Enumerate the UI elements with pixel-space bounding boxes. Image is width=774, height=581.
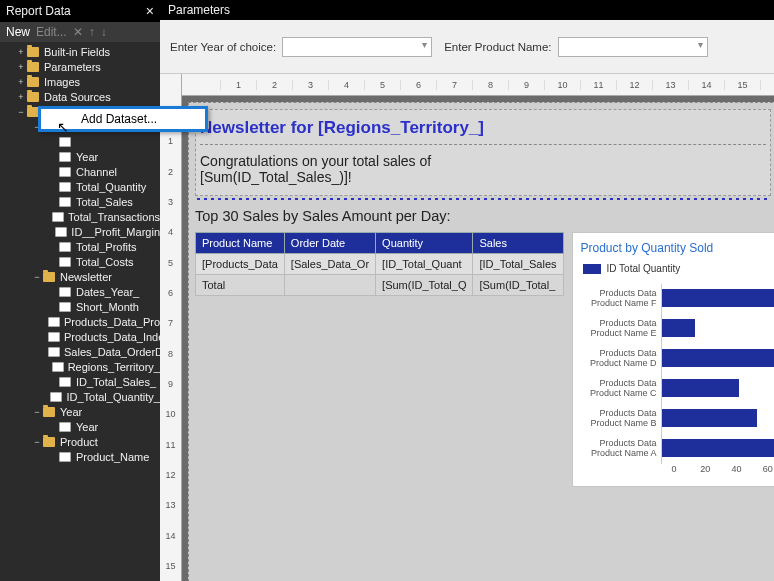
tree-field[interactable] — [0, 134, 160, 149]
tree-folder[interactable]: +Images — [0, 74, 160, 89]
field-icon — [50, 391, 62, 403]
ruler-tick: 7 — [168, 308, 173, 338]
th-sales[interactable]: Sales — [473, 233, 563, 254]
chart-axis: 020406080 — [577, 464, 774, 474]
ruler-tick: 15 — [165, 551, 175, 581]
panel-title: Report Data — [6, 4, 71, 18]
tree-field[interactable]: Total_Costs — [0, 254, 160, 269]
legend-swatch-icon — [583, 264, 601, 274]
tree-field[interactable]: Total_Sales — [0, 194, 160, 209]
tree-field[interactable]: Products_Data_Index_ — [0, 329, 160, 344]
td[interactable] — [284, 275, 375, 296]
panel-header: Report Data × — [0, 0, 160, 22]
chart-bar-label: Products Data Product Name F — [583, 289, 661, 309]
tree-field[interactable]: ID_Total_Sales_ — [0, 374, 160, 389]
chart-bar — [662, 319, 695, 337]
tree-folder[interactable]: +Parameters — [0, 59, 160, 74]
ruler-tick: 9 — [508, 80, 544, 90]
tree-field[interactable]: Year — [0, 419, 160, 434]
down-icon[interactable]: ↓ — [101, 25, 107, 39]
ruler-tick: 11 — [165, 429, 175, 459]
tree-field[interactable]: Sales_Data_OrderDate_… — [0, 344, 160, 359]
ruler-tick: 4 — [328, 80, 364, 90]
tree-field[interactable]: Dates_Year_ — [0, 284, 160, 299]
td[interactable]: [ID_Total_Sales — [473, 254, 563, 275]
ruler-tick: 3 — [168, 187, 173, 217]
chart-bar — [662, 439, 774, 457]
th-orderdate[interactable]: Order Date — [284, 233, 375, 254]
tree-toggle-icon[interactable]: + — [16, 77, 26, 87]
report-body[interactable]: Newsletter for [Regions_Territory_] Cong… — [188, 102, 774, 581]
chart-bar — [662, 409, 758, 427]
th-product[interactable]: Product Name — [196, 233, 285, 254]
tree-toggle-icon[interactable]: + — [16, 62, 26, 72]
tree-toggle-icon[interactable]: + — [16, 47, 26, 57]
ruler-tick: 10 — [544, 80, 580, 90]
sales-table[interactable]: Product Name Order Date Quantity Sales [… — [195, 232, 564, 487]
tree-folder[interactable]: +Built-in Fields — [0, 44, 160, 59]
folder-icon — [26, 61, 40, 73]
chart-bars: Products Data Product Name FProducts Dat… — [577, 284, 774, 464]
tree-folder[interactable]: −Year — [0, 404, 160, 419]
param-year-select[interactable] — [282, 37, 432, 57]
design-area: Parameters Enter Year of choice: Enter P… — [160, 0, 774, 581]
tree-field[interactable]: Product_Name — [0, 449, 160, 464]
new-button[interactable]: New — [6, 25, 30, 39]
ruler-tick: 13 — [165, 490, 175, 520]
td-total[interactable]: Total — [196, 275, 285, 296]
tree-toggle-icon[interactable]: − — [16, 107, 26, 117]
folder-icon — [26, 76, 40, 88]
chart-region[interactable]: Product by Quantity Sold ID Total Quanti… — [572, 232, 774, 487]
chart-legend: ID Total Quantity — [577, 263, 774, 274]
td[interactable]: [Sum(ID_Total_ — [473, 275, 563, 296]
td[interactable]: [ID_Total_Quant — [376, 254, 473, 275]
tree-field[interactable]: Year — [0, 149, 160, 164]
tree-label: Channel — [76, 166, 117, 178]
ruler-tick: 8 — [168, 339, 173, 369]
tree-field[interactable]: ID_Total_Quantity_ — [0, 389, 160, 404]
ruler-tick: 15 — [724, 80, 760, 90]
ruler-tick: 2 — [256, 80, 292, 90]
tree-field[interactable]: Short_Month — [0, 299, 160, 314]
folder-icon — [26, 91, 40, 103]
tree-field[interactable]: Total_Profits — [0, 239, 160, 254]
field-icon — [58, 421, 72, 433]
ruler-tick: 12 — [165, 460, 175, 490]
tree-toggle-icon[interactable]: + — [16, 92, 26, 102]
tree-toggle-icon[interactable]: − — [32, 407, 42, 417]
congrats-line2: [Sum(ID_Total_Sales_)]! — [200, 169, 352, 185]
field-icon — [58, 181, 72, 193]
tree-field[interactable]: Total_Transactions — [0, 209, 160, 224]
td[interactable]: [Products_Data — [196, 254, 285, 275]
td[interactable]: [Sum(ID_Total_Q — [376, 275, 473, 296]
tree-folder[interactable]: −Product — [0, 434, 160, 449]
up-icon[interactable]: ↑ — [89, 25, 95, 39]
param-product-select[interactable] — [558, 37, 708, 57]
tree-field[interactable]: Regions_Territory_ — [0, 359, 160, 374]
tree-toggle-icon[interactable]: − — [32, 437, 42, 447]
tree-label: Newsletter — [60, 271, 112, 283]
field-icon — [52, 211, 64, 223]
chart-bar-label: Products Data Product Name C — [583, 379, 661, 399]
field-icon — [48, 346, 60, 358]
horizontal-ruler: 1234567891011121314151617 — [182, 74, 774, 96]
tree-field[interactable]: Channel — [0, 164, 160, 179]
congrats-text[interactable]: Congratulations on your total sales of [… — [200, 145, 766, 193]
delete-icon[interactable]: ✕ — [73, 25, 83, 39]
tree-folder[interactable]: −Newsletter — [0, 269, 160, 284]
newsletter-title[interactable]: Newsletter for [Regions_Territory_] — [200, 112, 766, 145]
ruler-tick: 14 — [688, 80, 724, 90]
tree-field[interactable]: Products_Data_Product… — [0, 314, 160, 329]
tree-label: Total_Profits — [76, 241, 137, 253]
tree-toggle-icon[interactable]: − — [32, 272, 42, 282]
tree-field[interactable]: ID__Profit_Margin — [0, 224, 160, 239]
tree-folder[interactable]: +Data Sources — [0, 89, 160, 104]
top30-label[interactable]: Top 30 Sales by Sales Amount per Day: — [195, 206, 771, 232]
th-quantity[interactable]: Quantity — [376, 233, 473, 254]
folder-icon — [26, 46, 40, 58]
td[interactable]: [Sales_Data_Or — [284, 254, 375, 275]
close-icon[interactable]: × — [146, 3, 154, 19]
design-surface[interactable]: Newsletter for [Regions_Territory_] Cong… — [182, 96, 774, 581]
tree-field[interactable]: Total_Quantity — [0, 179, 160, 194]
parameters-header: Parameters — [160, 0, 774, 20]
